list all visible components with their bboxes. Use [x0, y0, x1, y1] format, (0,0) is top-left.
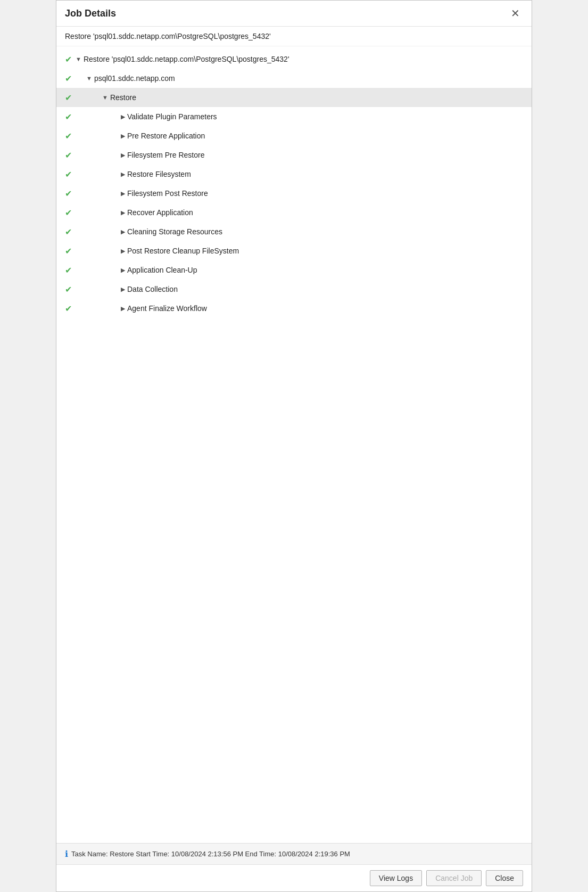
tree-expander[interactable]: ▶ — [121, 209, 125, 216]
check-icon: ✔ — [61, 169, 76, 179]
check-icon: ✔ — [61, 93, 76, 103]
view-logs-button[interactable]: View Logs — [370, 870, 422, 886]
tree-row[interactable]: ✔▼ Restore 'psql01.sddc.netapp.com\Postg… — [56, 50, 532, 69]
tree-row[interactable]: ✔▶ Restore Filesystem — [56, 165, 532, 184]
tree-node-label: Pre Restore Application — [127, 132, 205, 140]
check-icon: ✔ — [61, 54, 76, 64]
tree-expander[interactable]: ▶ — [121, 133, 125, 140]
tree-node-label: Cleaning Storage Resources — [127, 227, 222, 236]
check-icon: ✔ — [61, 265, 76, 275]
tree-expander[interactable]: ▶ — [121, 267, 125, 274]
dialog-subtitle: Restore 'psql01.sddc.netapp.com\PostgreS… — [56, 27, 532, 46]
tree-node-label: Data Collection — [127, 285, 178, 293]
tree-node-label: Filesystem Post Restore — [127, 189, 208, 198]
tree-node-label: Restore — [110, 93, 136, 102]
tree-node-label: Application Clean-Up — [127, 266, 197, 274]
tree-node-label: psql01.sddc.netapp.com — [94, 74, 175, 83]
check-icon: ✔ — [61, 284, 76, 294]
tree-node-label: Agent Finalize Workflow — [127, 304, 207, 313]
close-button[interactable]: Close — [486, 870, 523, 886]
dialog-body: ✔▼ Restore 'psql01.sddc.netapp.com\Postg… — [56, 46, 532, 843]
footer-info-text: Task Name: Restore Start Time: 10/08/202… — [71, 850, 350, 858]
tree-row[interactable]: ✔▶ Cleaning Storage Resources — [56, 222, 532, 241]
check-icon: ✔ — [61, 150, 76, 160]
tree-expander[interactable]: ▶ — [121, 190, 125, 197]
tree-expander[interactable]: ▶ — [121, 171, 125, 178]
check-icon: ✔ — [61, 246, 76, 256]
check-icon: ✔ — [61, 227, 76, 237]
tree-expander[interactable]: ▶ — [121, 286, 125, 293]
tree-row[interactable]: ✔▶ Application Clean-Up — [56, 260, 532, 280]
tree-node-label: Filesystem Pre Restore — [127, 151, 204, 159]
tree-expander[interactable]: ▶ — [121, 228, 125, 235]
tree-node-label: Validate Plugin Parameters — [127, 112, 217, 121]
info-icon: ℹ — [65, 849, 68, 859]
check-icon: ✔ — [61, 73, 76, 84]
tree-row[interactable]: ✔▼ psql01.sddc.netapp.com — [56, 69, 532, 88]
tree-expander[interactable]: ▼ — [102, 94, 108, 101]
tree-row[interactable]: ✔▶ Data Collection — [56, 280, 532, 299]
tree-row[interactable]: ✔▶ Filesystem Pre Restore — [56, 145, 532, 165]
tree-row[interactable]: ✔▶ Agent Finalize Workflow — [56, 299, 532, 318]
tree-container: ✔▼ Restore 'psql01.sddc.netapp.com\Postg… — [56, 46, 532, 321]
tree-expander[interactable]: ▶ — [121, 248, 125, 255]
dialog-header: Job Details ✕ — [56, 1, 532, 27]
close-icon-button[interactable]: ✕ — [508, 7, 523, 20]
check-icon: ✔ — [61, 112, 76, 122]
tree-expander[interactable]: ▼ — [86, 75, 92, 81]
cancel-job-button[interactable]: Cancel Job — [426, 870, 482, 886]
check-icon: ✔ — [61, 131, 76, 141]
dialog-title: Job Details — [65, 8, 116, 19]
tree-node-label: Post Restore Cleanup FileSystem — [127, 247, 239, 255]
tree-expander[interactable]: ▶ — [121, 152, 125, 159]
footer-buttons: View Logs Cancel Job Close — [56, 864, 532, 891]
check-icon: ✔ — [61, 189, 76, 199]
tree-row[interactable]: ✔▶ Post Restore Cleanup FileSystem — [56, 241, 532, 260]
tree-row[interactable]: ✔▼ Restore — [56, 88, 532, 107]
tree-node-label: Restore Filesystem — [127, 170, 191, 178]
tree-row[interactable]: ✔▶ Validate Plugin Parameters — [56, 107, 532, 126]
check-icon: ✔ — [61, 304, 76, 314]
footer-info: ℹ Task Name: Restore Start Time: 10/08/2… — [56, 843, 532, 864]
job-details-dialog: Job Details ✕ Restore 'psql01.sddc.netap… — [56, 0, 532, 892]
tree-row[interactable]: ✔▶ Recover Application — [56, 203, 532, 222]
tree-expander[interactable]: ▼ — [76, 56, 81, 62]
tree-expander[interactable]: ▶ — [121, 305, 125, 312]
tree-expander[interactable]: ▶ — [121, 113, 125, 120]
tree-row[interactable]: ✔▶ Pre Restore Application — [56, 126, 532, 145]
tree-row[interactable]: ✔▶ Filesystem Post Restore — [56, 184, 532, 203]
check-icon: ✔ — [61, 208, 76, 218]
tree-node-label: Restore 'psql01.sddc.netapp.com\PostgreS… — [84, 55, 289, 63]
tree-node-label: Recover Application — [127, 208, 193, 217]
